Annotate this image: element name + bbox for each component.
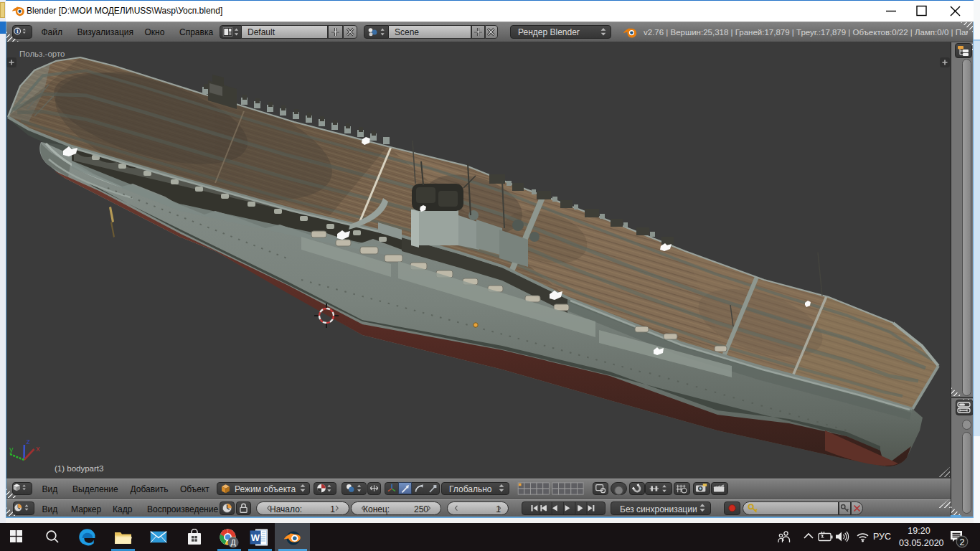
svg-text:Д: Д	[230, 538, 235, 547]
svg-text:2: 2	[960, 537, 965, 547]
svg-text:i: i	[17, 28, 18, 34]
svg-text:y: y	[9, 445, 14, 453]
svg-text:Польз.-орто: Польз.-орто	[19, 50, 65, 58]
svg-text:W: W	[251, 532, 260, 543]
svg-text:x: x	[36, 444, 40, 453]
svg-text:(1) bodypart3: (1) bodypart3	[55, 464, 103, 473]
svg-text:z: z	[27, 437, 31, 446]
